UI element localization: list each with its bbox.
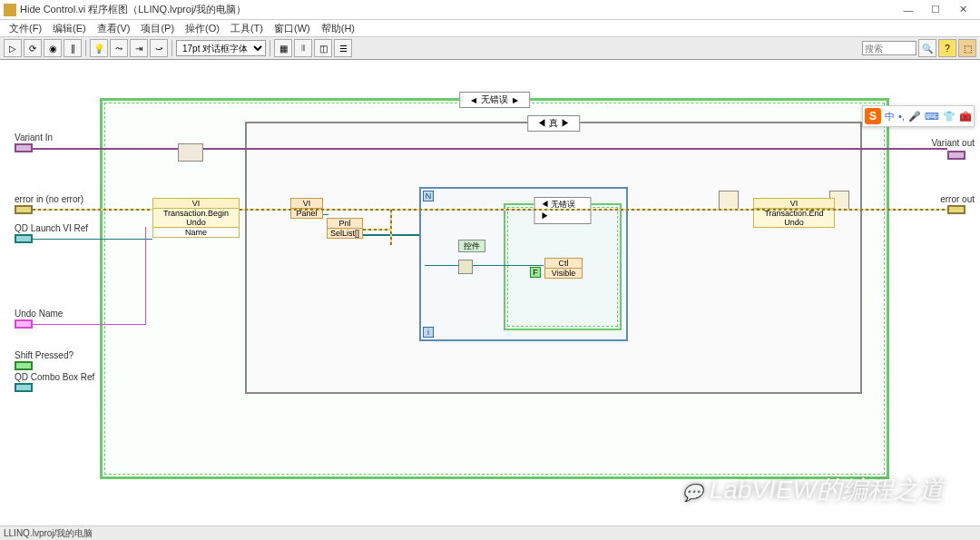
vi-icon-button[interactable]: ⬚ <box>958 39 976 57</box>
wire-variant <box>33 148 178 150</box>
terminal-variant-out-label: Variant out <box>931 138 975 148</box>
invoke-end-undo[interactable]: VI Transaction.End Undo <box>753 198 835 228</box>
for-loop-n: N <box>423 191 434 201</box>
property-panel-sellist[interactable]: Pnl SelList[] <box>327 218 363 239</box>
terminal-undo-name-label: Undo Name <box>15 309 63 319</box>
status-path: LLINQ.lvproj/我的电脑 <box>4 527 93 540</box>
property-ctl-head: Ctl <box>545 259 582 269</box>
status-bar: LLINQ.lvproj/我的电脑 <box>0 525 980 540</box>
menu-project[interactable]: 项目(P) <box>135 20 180 37</box>
run-continuous-button[interactable]: ⟳ <box>24 39 42 57</box>
property-ctl-visible[interactable]: Ctl Visible <box>544 258 583 279</box>
close-button[interactable]: ✕ <box>949 1 976 19</box>
ime-mode[interactable]: 中 <box>885 110 895 123</box>
block-diagram-canvas[interactable]: Variant In error in (no error) QD Launch… <box>0 60 980 525</box>
terminal-error-out[interactable] <box>947 205 965 214</box>
ime-toolbox-icon[interactable]: 🧰 <box>959 111 972 123</box>
class-specifier-control[interactable]: 控件 <box>458 240 485 252</box>
case-next-icon[interactable]: ▶ <box>511 96 520 104</box>
ime-logo-icon[interactable]: S <box>865 108 881 124</box>
window-title: Hide Control.vi 程序框图（LLINQ.lvproj/我的电脑） <box>20 3 895 16</box>
case-ctl-selector[interactable]: ◀ 无错误 ▶ <box>534 197 592 224</box>
case-outer-selector[interactable]: ◀ 无错误 ▶ <box>459 92 530 108</box>
terminal-combo-ref-label: QD Combo Box Ref <box>15 372 94 382</box>
abort-button[interactable]: ◉ <box>44 39 62 57</box>
wire-loop-ref <box>425 265 459 266</box>
terminal-variant-in-label: Variant In <box>15 133 53 142</box>
wire-err-inner <box>363 229 390 231</box>
wire-error-2 <box>240 209 947 211</box>
menu-operate[interactable]: 操作(O) <box>180 20 225 37</box>
property-vi-head: VI <box>291 199 322 209</box>
step-into-button[interactable]: ⇥ <box>130 39 148 57</box>
menu-file[interactable]: 文件(F) <box>4 20 47 37</box>
case-inner-selector[interactable]: ◀ 真 ▶ <box>527 115 580 132</box>
toolbar: ▷ ⟳ ◉ ‖ 💡 ⤳ ⇥ ⤻ 17pt 对话框字体 ▦ ⫴ ◫ ☰ 🔍 ? ⬚ <box>0 36 980 60</box>
terminal-variant-in[interactable] <box>15 143 33 152</box>
case-inner-next-icon[interactable]: ▶ <box>561 118 570 128</box>
terminal-qd-ref-label: QD Launch VI Ref <box>15 223 88 233</box>
terminal-combo-ref[interactable] <box>15 383 33 392</box>
invoke-begin-undo-head: VI <box>153 199 239 209</box>
wire-variant-2 <box>203 148 947 150</box>
terminal-shift[interactable] <box>15 361 33 370</box>
terminal-qd-ref[interactable] <box>15 234 33 243</box>
highlight-button[interactable]: 💡 <box>90 39 108 57</box>
menu-window[interactable]: 窗口(W) <box>269 20 316 37</box>
distribute-button[interactable]: ⫴ <box>294 39 312 57</box>
wire-panel <box>323 214 328 215</box>
terminal-shift-label: Shift Pressed? <box>15 350 74 360</box>
invoke-begin-undo-param: Name <box>153 228 239 237</box>
bundle-node-1[interactable] <box>719 191 739 211</box>
invoke-begin-undo[interactable]: VI Transaction.Begin Undo Name <box>152 198 240 238</box>
retain-wire-button[interactable]: ⤳ <box>110 39 128 57</box>
step-over-button[interactable]: ⤻ <box>150 39 168 57</box>
case-ctl-prev-icon[interactable]: ◀ <box>541 200 549 209</box>
reorder-button[interactable]: ☰ <box>334 39 352 57</box>
search-input[interactable] <box>862 41 916 55</box>
title-bar: Hide Control.vi 程序框图（LLINQ.lvproj/我的电脑） … <box>0 0 980 20</box>
window-controls: — ☐ ✕ <box>895 1 976 19</box>
invoke-begin-undo-method: Transaction.Begin Undo <box>153 209 239 228</box>
menu-bar: 文件(F) 编辑(E) 查看(V) 项目(P) 操作(O) 工具(T) 窗口(W… <box>0 20 980 36</box>
case-ctl-next-icon[interactable]: ▶ <box>541 211 549 221</box>
wire-string-v <box>145 227 146 325</box>
pause-button[interactable]: ‖ <box>64 39 82 57</box>
search-button[interactable]: 🔍 <box>918 39 936 57</box>
ime-voice-icon[interactable]: 🎤 <box>908 111 921 123</box>
case-inner-prev-icon[interactable]: ◀ <box>537 118 546 128</box>
resize-button[interactable]: ◫ <box>314 39 332 57</box>
minimize-button[interactable]: — <box>895 1 922 19</box>
terminal-undo-name[interactable] <box>15 319 33 329</box>
false-constant[interactable]: F <box>530 267 541 278</box>
app-icon <box>4 4 16 16</box>
to-more-specific-class[interactable] <box>458 260 473 274</box>
maximize-button[interactable]: ☐ <box>922 1 949 19</box>
ime-skin-icon[interactable]: 👕 <box>943 111 956 123</box>
subvi-variant-icon[interactable] <box>178 143 203 162</box>
menu-view[interactable]: 查看(V) <box>92 20 136 37</box>
run-button[interactable]: ▷ <box>4 39 22 57</box>
wire-err-inner-v <box>390 209 392 245</box>
terminal-error-in-label: error in (no error) <box>15 194 83 204</box>
ime-keyboard-icon[interactable]: ⌨ <box>925 111 939 123</box>
property-visible-item: Visible <box>545 269 582 278</box>
align-button[interactable]: ▦ <box>274 39 292 57</box>
wire-ref <box>33 239 152 240</box>
for-loop-i: i <box>423 327 434 338</box>
invoke-end-undo-head: VI <box>754 199 834 209</box>
menu-tools[interactable]: 工具(T) <box>225 20 269 37</box>
ime-toolbar[interactable]: S 中 •, 🎤 ⌨ 👕 🧰 <box>862 105 975 127</box>
case-prev-icon[interactable]: ◀ <box>469 96 478 104</box>
ime-punct-icon[interactable]: •, <box>898 111 905 122</box>
menu-edit[interactable]: 编辑(E) <box>47 20 92 37</box>
terminal-error-in[interactable] <box>15 205 33 214</box>
menu-help[interactable]: 帮助(H) <box>316 20 360 37</box>
wire-string-h <box>33 324 145 325</box>
invoke-end-undo-method: Transaction.End Undo <box>754 209 834 227</box>
font-select[interactable]: 17pt 对话框字体 <box>176 40 266 56</box>
wire-error-1 <box>33 209 152 211</box>
property-pnl-head: Pnl <box>328 219 362 229</box>
help-button[interactable]: ? <box>938 39 956 57</box>
terminal-variant-out[interactable] <box>947 151 965 160</box>
